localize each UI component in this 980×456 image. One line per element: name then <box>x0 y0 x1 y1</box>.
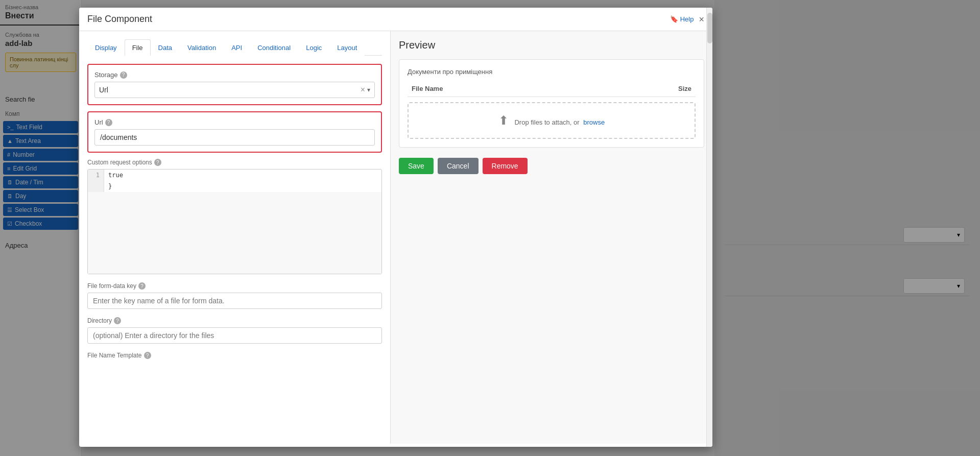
url-input[interactable] <box>94 129 375 146</box>
file-table: File Name Size <box>408 81 696 97</box>
modal-body: Display File Data Validation API Conditi… <box>79 31 712 444</box>
tab-data[interactable]: Data <box>151 39 180 56</box>
code-line-content: true <box>104 170 381 181</box>
url-section: Url ? <box>87 111 382 153</box>
modal-left-panel: Display File Data Validation API Conditi… <box>79 31 391 444</box>
modal-scrollbar[interactable] <box>706 8 712 447</box>
remove-button[interactable]: Remove <box>483 158 528 174</box>
tab-display[interactable]: Display <box>87 39 125 56</box>
file-name-header: File Name <box>408 81 594 97</box>
modal-dialog: File Component 🔖 Help × Display File Dat… <box>79 8 712 447</box>
tab-api[interactable]: API <box>224 39 250 56</box>
upload-icon: ⬆ <box>498 113 509 127</box>
tab-validation[interactable]: Validation <box>180 39 224 56</box>
code-line-number-2 <box>88 181 104 192</box>
code-editor-line-2: } <box>88 181 381 192</box>
custom-request-help-icon[interactable]: ? <box>154 159 161 166</box>
code-line-content-2: } <box>104 181 381 192</box>
file-form-data-input[interactable] <box>87 293 382 309</box>
directory-label-text: Directory <box>87 317 112 324</box>
modal-right-panel: Preview Документи про приміщення File Na… <box>391 31 712 444</box>
file-form-data-section: File form-data key ? <box>87 282 382 309</box>
file-name-template-label-text: File Name Template <box>87 352 142 359</box>
tab-file[interactable]: File <box>125 39 151 56</box>
help-icon: 🔖 <box>670 15 678 23</box>
file-name-template-help-icon[interactable]: ? <box>144 352 151 359</box>
directory-label: Directory ? <box>87 317 382 324</box>
size-header: Size <box>594 81 696 97</box>
preview-title: Preview <box>399 39 704 51</box>
browse-link[interactable]: browse <box>583 118 605 126</box>
directory-section: Directory ? <box>87 317 382 344</box>
preview-content: Документи про приміщення File Name Size … <box>399 59 704 148</box>
save-button[interactable]: Save <box>399 158 434 174</box>
file-name-template-section: File Name Template ? <box>87 352 382 359</box>
directory-input[interactable] <box>87 327 382 344</box>
code-editor-line-1: 1 true <box>88 170 381 181</box>
drop-text: Drop files to attach, or <box>514 118 579 126</box>
drop-zone[interactable]: ⬆ Drop files to attach, or browse <box>408 102 696 139</box>
tab-layout[interactable]: Layout <box>329 39 365 56</box>
directory-help-icon[interactable]: ? <box>114 317 121 324</box>
url-label: Url ? <box>94 118 375 126</box>
file-form-data-label: File form-data key ? <box>87 282 382 290</box>
tab-logic[interactable]: Logic <box>298 39 329 56</box>
url-help-icon[interactable]: ? <box>105 119 112 126</box>
storage-help-icon[interactable]: ? <box>120 71 127 79</box>
code-line-number: 1 <box>88 170 104 181</box>
tab-bar: Display File Data Validation API Conditi… <box>87 39 382 56</box>
storage-label-text: Storage <box>94 71 118 79</box>
storage-clear-icon[interactable]: × <box>361 85 365 94</box>
code-editor[interactable]: 1 true } <box>87 169 382 274</box>
code-editor-body[interactable] <box>88 192 381 274</box>
custom-request-section: Custom request options ? 1 true } <box>87 159 382 274</box>
modal-header-actions: 🔖 Help × <box>670 15 704 24</box>
storage-label: Storage ? <box>94 71 375 79</box>
file-form-data-help-icon[interactable]: ? <box>138 282 146 290</box>
url-label-text: Url <box>94 118 103 126</box>
cancel-button[interactable]: Cancel <box>438 158 479 174</box>
storage-arrow-icon: ▾ <box>367 86 370 93</box>
custom-request-label-text: Custom request options <box>87 159 152 166</box>
storage-select[interactable]: Url × ▾ <box>94 82 375 98</box>
storage-section: Storage ? Url × ▾ <box>87 64 382 105</box>
action-buttons: Save Cancel Remove <box>399 158 704 174</box>
help-link[interactable]: 🔖 Help <box>670 15 694 23</box>
modal-header: File Component 🔖 Help × <box>79 8 712 31</box>
preview-field-label: Документи про приміщення <box>408 68 696 76</box>
modal-title: File Component <box>87 14 152 25</box>
help-label: Help <box>680 15 694 23</box>
custom-request-label: Custom request options ? <box>87 159 382 166</box>
file-name-template-label: File Name Template ? <box>87 352 382 359</box>
storage-select-value: Url <box>99 86 361 94</box>
close-button[interactable]: × <box>699 15 704 24</box>
tab-conditional[interactable]: Conditional <box>250 39 298 56</box>
scrollbar-thumb <box>707 13 712 43</box>
file-form-data-label-text: File form-data key <box>87 282 136 290</box>
